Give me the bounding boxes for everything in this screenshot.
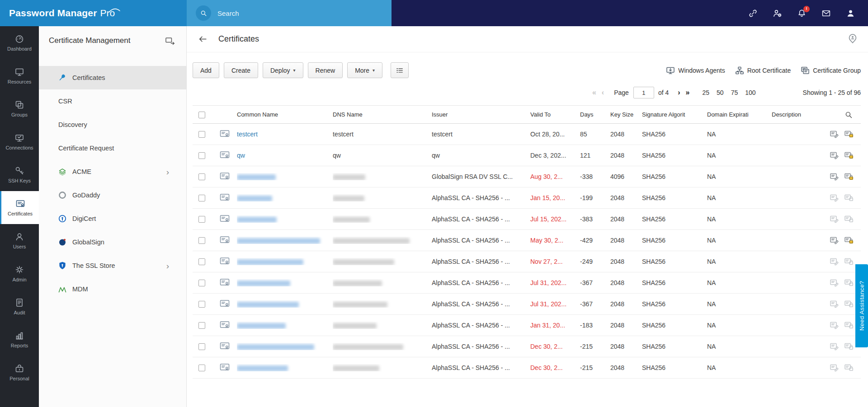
sign-certificate-icon[interactable] <box>830 364 839 372</box>
blurred-common-name[interactable] <box>237 323 286 329</box>
table-row[interactable]: GlobalSign RSA DV SSL C...Aug 30, 2...-3… <box>193 166 861 187</box>
table-search-icon[interactable] <box>844 111 853 119</box>
table-row[interactable]: AlphaSSL CA - SHA256 - ...Jan 15, 20...-… <box>193 187 861 209</box>
detach-panel-icon[interactable] <box>165 36 175 45</box>
need-assistance-tab[interactable]: Need Assistance? <box>855 264 868 347</box>
sign-certificate-icon[interactable] <box>830 151 839 159</box>
certificate-lock-icon[interactable] <box>844 236 854 244</box>
select-all-checkbox[interactable] <box>198 112 205 118</box>
sidebar-item-the-ssl-store[interactable]: The SSL Store› <box>39 254 186 277</box>
common-name-link[interactable]: qw <box>237 152 245 159</box>
row-checkbox[interactable] <box>198 131 205 138</box>
rail-item-dashboard[interactable]: Dashboard <box>0 26 39 59</box>
admin-user-icon[interactable] <box>773 9 782 18</box>
certificate-lock-icon[interactable] <box>844 279 854 287</box>
certificate-lock-icon[interactable] <box>844 364 854 372</box>
column-header-dns-name[interactable]: DNS Name <box>333 111 432 118</box>
sign-certificate-icon[interactable] <box>830 300 839 308</box>
blurred-common-name[interactable] <box>237 217 277 223</box>
sidebar-item-godaddy[interactable]: GoDaddy <box>39 183 186 207</box>
rail-item-audit[interactable]: Audit <box>0 290 39 323</box>
certificate-lock-icon[interactable] <box>844 257 854 266</box>
column-header-days[interactable]: Days <box>580 111 610 118</box>
list-view-toggle-button[interactable] <box>391 62 409 78</box>
table-row[interactable]: AlphaSSL CA - SHA256 - ...Nov 27, 2...-2… <box>193 251 861 272</box>
table-row[interactable]: AlphaSSL CA - SHA256 - ...Dec 30, 2...-2… <box>193 336 861 357</box>
root-certificate-link[interactable]: Root Certificate <box>735 66 791 75</box>
table-row[interactable]: qwqwqwDec 3, 202...1212048SHA256NA <box>193 145 861 166</box>
next-page-button[interactable]: › <box>678 89 680 96</box>
blurred-common-name[interactable] <box>237 302 299 308</box>
user-profile-icon[interactable] <box>846 9 855 18</box>
page-size-100[interactable]: 100 <box>745 89 755 96</box>
sign-certificate-icon[interactable] <box>830 279 839 287</box>
row-checkbox[interactable] <box>198 216 205 223</box>
column-header-signature-algorit[interactable]: Signature Algorit <box>642 111 707 118</box>
column-header-common-name[interactable]: Common Name <box>237 111 333 118</box>
table-row[interactable]: testcerttestcerttestcertOct 28, 20...852… <box>193 124 861 145</box>
rail-item-reports[interactable]: Reports <box>0 323 39 356</box>
blurred-common-name[interactable] <box>237 196 272 201</box>
certificate-lock-icon[interactable] <box>844 130 854 138</box>
blurred-common-name[interactable] <box>237 259 303 265</box>
blurred-common-name[interactable] <box>237 281 290 286</box>
row-checkbox[interactable] <box>198 322 205 329</box>
common-name-link[interactable]: testcert <box>237 131 258 138</box>
certificate-group-link[interactable]: Certificate Group <box>801 66 861 75</box>
search-icon[interactable] <box>196 5 211 21</box>
first-page-button[interactable]: « <box>592 89 596 96</box>
page-size-75[interactable]: 75 <box>731 89 738 96</box>
certificate-lock-icon[interactable] <box>844 173 854 181</box>
row-checkbox[interactable] <box>198 237 205 244</box>
table-row[interactable]: AlphaSSL CA - SHA256 - ...Jul 31, 202...… <box>193 294 861 315</box>
blurred-common-name[interactable] <box>237 365 288 371</box>
windows-agents-link[interactable]: Windows Agents <box>666 66 725 75</box>
sidebar-item-csr[interactable]: CSR <box>39 89 186 113</box>
row-checkbox[interactable] <box>198 152 205 159</box>
row-checkbox[interactable] <box>198 195 205 201</box>
sign-certificate-icon[interactable] <box>830 257 839 266</box>
column-header-valid-to[interactable]: Valid To <box>530 111 580 118</box>
certificate-lock-icon[interactable] <box>844 321 854 329</box>
help-assistant-icon[interactable] <box>847 33 858 45</box>
sign-certificate-icon[interactable] <box>830 342 839 351</box>
rail-item-ssh-keys[interactable]: SSH Keys <box>0 158 39 191</box>
certificate-lock-icon[interactable] <box>844 194 854 202</box>
sidebar-item-certificates[interactable]: Certificates <box>39 66 186 89</box>
sign-certificate-icon[interactable] <box>830 236 839 244</box>
certificate-lock-icon[interactable] <box>844 151 854 159</box>
back-arrow-icon[interactable] <box>198 34 208 44</box>
page-size-25[interactable]: 25 <box>702 89 709 96</box>
rail-item-connections[interactable]: Connections <box>0 125 39 158</box>
password-link-icon[interactable] <box>748 9 758 18</box>
table-row[interactable]: AlphaSSL CA - SHA256 - ...May 30, 2...-4… <box>193 230 861 251</box>
prev-page-button[interactable]: ‹ <box>602 89 604 96</box>
column-header-description[interactable]: Description <box>772 111 827 118</box>
row-checkbox[interactable] <box>198 280 205 286</box>
notifications-bell-icon[interactable]: ! <box>797 9 807 18</box>
global-search-input[interactable] <box>217 9 362 17</box>
column-header-issuer[interactable]: Issuer <box>432 111 530 118</box>
blurred-common-name[interactable] <box>237 174 276 180</box>
blurred-common-name[interactable] <box>237 238 320 244</box>
rail-item-certificates[interactable]: Certificates <box>0 191 39 224</box>
row-checkbox[interactable] <box>198 301 205 308</box>
row-checkbox[interactable] <box>198 173 205 180</box>
column-header-domain-expirati[interactable]: Domain Expirati <box>707 111 772 118</box>
certificate-lock-icon[interactable] <box>844 300 854 308</box>
mail-icon[interactable] <box>821 9 831 18</box>
create-button[interactable]: Create <box>224 62 258 78</box>
table-row[interactable]: AlphaSSL CA - SHA256 - ...Jul 15, 202...… <box>193 209 861 230</box>
page-number-input[interactable] <box>633 87 654 98</box>
renew-button[interactable]: Renew <box>308 62 343 78</box>
table-row[interactable]: AlphaSSL CA - SHA256 - ...Jan 31, 20...-… <box>193 315 861 336</box>
column-header-key-size[interactable]: Key Size <box>610 111 642 118</box>
rail-item-personal[interactable]: Personal <box>0 356 39 389</box>
sidebar-item-acme[interactable]: ACME› <box>39 160 186 183</box>
page-size-50[interactable]: 50 <box>717 89 724 96</box>
rail-item-resources[interactable]: Resources <box>0 59 39 92</box>
sidebar-item-globalsign[interactable]: GlobalSign <box>39 230 186 254</box>
certificate-lock-icon[interactable] <box>844 342 854 351</box>
sidebar-item-digicert[interactable]: DigiCert <box>39 207 186 230</box>
row-checkbox[interactable] <box>198 258 205 265</box>
